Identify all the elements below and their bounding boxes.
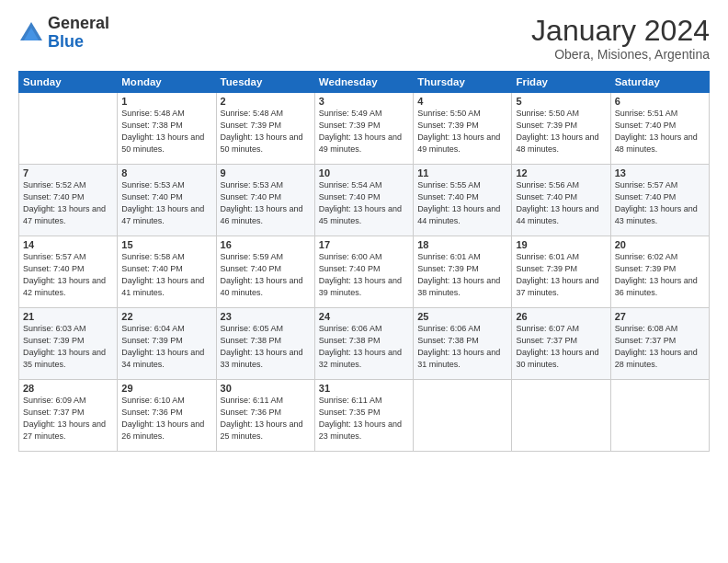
day-info: Sunrise: 5:55 AMSunset: 7:40 PMDaylight:… <box>417 179 507 227</box>
day-number: 14 <box>23 239 113 250</box>
day-number: 11 <box>417 167 507 178</box>
day-info: Sunrise: 5:48 AMSunset: 7:39 PMDaylight:… <box>221 108 311 155</box>
weekday-header-monday: Monday <box>118 72 216 93</box>
day-number: 9 <box>221 167 311 178</box>
day-number: 12 <box>516 167 606 178</box>
week-row-3: 14Sunrise: 5:57 AMSunset: 7:40 PMDayligh… <box>19 236 710 308</box>
day-number: 2 <box>221 96 311 107</box>
calendar-cell-w1-d5: 4Sunrise: 5:50 AMSunset: 7:39 PMDaylight… <box>414 93 512 165</box>
day-info: Sunrise: 6:03 AMSunset: 7:39 PMDaylight:… <box>23 323 113 371</box>
weekday-header-friday: Friday <box>512 72 610 93</box>
day-number: 13 <box>615 167 705 178</box>
calendar-cell-w2-d5: 11Sunrise: 5:55 AMSunset: 7:40 PMDayligh… <box>414 165 512 236</box>
day-number: 23 <box>221 311 311 322</box>
day-info: Sunrise: 6:10 AMSunset: 7:36 PMDaylight:… <box>121 395 211 442</box>
day-info: Sunrise: 5:57 AMSunset: 7:40 PMDaylight:… <box>23 251 113 299</box>
calendar-header: SundayMondayTuesdayWednesdayThursdayFrid… <box>19 72 710 93</box>
day-info: Sunrise: 6:08 AMSunset: 7:37 PMDaylight:… <box>615 323 705 371</box>
calendar-cell-w4-d2: 22Sunrise: 6:04 AMSunset: 7:39 PMDayligh… <box>118 308 216 380</box>
calendar-body: 1Sunrise: 5:48 AMSunset: 7:38 PMDaylight… <box>19 93 710 452</box>
calendar-cell-w2-d6: 12Sunrise: 5:56 AMSunset: 7:40 PMDayligh… <box>512 165 610 236</box>
month-title: January 2024 <box>531 15 710 47</box>
day-number: 24 <box>319 311 409 322</box>
calendar-cell-w1-d1 <box>19 93 118 165</box>
day-number: 30 <box>221 383 311 394</box>
day-number: 31 <box>319 383 409 394</box>
day-info: Sunrise: 5:54 AMSunset: 7:40 PMDaylight:… <box>319 179 409 227</box>
calendar-cell-w3-d2: 15Sunrise: 5:58 AMSunset: 7:40 PMDayligh… <box>118 236 216 308</box>
day-number: 27 <box>615 311 705 322</box>
calendar-cell-w5-d5 <box>414 380 512 452</box>
day-info: Sunrise: 5:53 AMSunset: 7:40 PMDaylight:… <box>121 179 211 227</box>
day-number: 26 <box>516 311 606 322</box>
day-info: Sunrise: 6:09 AMSunset: 7:37 PMDaylight:… <box>23 395 113 442</box>
day-number: 17 <box>319 239 409 250</box>
day-number: 3 <box>319 96 409 107</box>
day-info: Sunrise: 5:52 AMSunset: 7:40 PMDaylight:… <box>23 179 113 227</box>
day-info: Sunrise: 6:01 AMSunset: 7:39 PMDaylight:… <box>516 251 606 299</box>
day-info: Sunrise: 6:01 AMSunset: 7:39 PMDaylight:… <box>417 251 507 299</box>
calendar-cell-w3-d5: 18Sunrise: 6:01 AMSunset: 7:39 PMDayligh… <box>414 236 512 308</box>
calendar-table: SundayMondayTuesdayWednesdayThursdayFrid… <box>18 71 710 452</box>
logo-general-text: General <box>48 14 109 32</box>
calendar-cell-w3-d7: 20Sunrise: 6:02 AMSunset: 7:39 PMDayligh… <box>610 236 709 308</box>
calendar-cell-w2-d1: 7Sunrise: 5:52 AMSunset: 7:40 PMDaylight… <box>19 165 118 236</box>
week-row-5: 28Sunrise: 6:09 AMSunset: 7:37 PMDayligh… <box>19 380 710 452</box>
day-info: Sunrise: 5:50 AMSunset: 7:39 PMDaylight:… <box>417 108 507 155</box>
calendar-cell-w5-d1: 28Sunrise: 6:09 AMSunset: 7:37 PMDayligh… <box>19 380 118 452</box>
day-number: 20 <box>615 239 705 250</box>
calendar-cell-w3-d6: 19Sunrise: 6:01 AMSunset: 7:39 PMDayligh… <box>512 236 610 308</box>
location-title: Obera, Misiones, Argentina <box>531 47 710 62</box>
day-number: 21 <box>23 311 113 322</box>
week-row-4: 21Sunrise: 6:03 AMSunset: 7:39 PMDayligh… <box>19 308 710 380</box>
day-number: 1 <box>121 96 211 107</box>
calendar-cell-w5-d3: 30Sunrise: 6:11 AMSunset: 7:36 PMDayligh… <box>216 380 314 452</box>
calendar-cell-w2-d7: 13Sunrise: 5:57 AMSunset: 7:40 PMDayligh… <box>610 165 709 236</box>
day-info: Sunrise: 6:06 AMSunset: 7:38 PMDaylight:… <box>417 323 507 371</box>
calendar-cell-w1-d3: 2Sunrise: 5:48 AMSunset: 7:39 PMDaylight… <box>216 93 314 165</box>
calendar-cell-w4-d4: 24Sunrise: 6:06 AMSunset: 7:38 PMDayligh… <box>314 308 413 380</box>
calendar-cell-w2-d3: 9Sunrise: 5:53 AMSunset: 7:40 PMDaylight… <box>216 165 314 236</box>
day-number: 29 <box>121 383 211 394</box>
weekday-header-saturday: Saturday <box>610 72 709 93</box>
calendar-cell-w4-d1: 21Sunrise: 6:03 AMSunset: 7:39 PMDayligh… <box>19 308 118 380</box>
day-number: 4 <box>417 96 507 107</box>
calendar-cell-w3-d3: 16Sunrise: 5:59 AMSunset: 7:40 PMDayligh… <box>216 236 314 308</box>
day-number: 7 <box>23 167 113 178</box>
day-info: Sunrise: 5:51 AMSunset: 7:40 PMDaylight:… <box>615 108 705 155</box>
weekday-header-sunday: Sunday <box>19 72 118 93</box>
day-info: Sunrise: 6:00 AMSunset: 7:40 PMDaylight:… <box>319 251 409 299</box>
day-info: Sunrise: 5:59 AMSunset: 7:40 PMDaylight:… <box>221 251 311 299</box>
logo-blue-text: Blue <box>48 32 84 51</box>
week-row-1: 1Sunrise: 5:48 AMSunset: 7:38 PMDaylight… <box>19 93 710 165</box>
day-number: 8 <box>121 167 211 178</box>
calendar-cell-w3-d1: 14Sunrise: 5:57 AMSunset: 7:40 PMDayligh… <box>19 236 118 308</box>
day-info: Sunrise: 6:11 AMSunset: 7:35 PMDaylight:… <box>319 395 409 442</box>
logo-icon <box>18 20 44 46</box>
weekday-header-row: SundayMondayTuesdayWednesdayThursdayFrid… <box>19 72 710 93</box>
weekday-header-tuesday: Tuesday <box>216 72 314 93</box>
calendar-page: General Blue January 2024 Obera, Misione… <box>0 0 728 563</box>
day-number: 22 <box>121 311 211 322</box>
day-info: Sunrise: 5:49 AMSunset: 7:39 PMDaylight:… <box>319 108 409 155</box>
calendar-cell-w4-d6: 26Sunrise: 6:07 AMSunset: 7:37 PMDayligh… <box>512 308 610 380</box>
calendar-cell-w2-d2: 8Sunrise: 5:53 AMSunset: 7:40 PMDaylight… <box>118 165 216 236</box>
day-info: Sunrise: 5:57 AMSunset: 7:40 PMDaylight:… <box>615 179 705 227</box>
logo-text: General Blue <box>48 15 109 52</box>
calendar-cell-w2-d4: 10Sunrise: 5:54 AMSunset: 7:40 PMDayligh… <box>314 165 413 236</box>
calendar-cell-w1-d7: 6Sunrise: 5:51 AMSunset: 7:40 PMDaylight… <box>610 93 709 165</box>
day-number: 28 <box>23 383 113 394</box>
calendar-cell-w4-d3: 23Sunrise: 6:05 AMSunset: 7:38 PMDayligh… <box>216 308 314 380</box>
day-info: Sunrise: 6:04 AMSunset: 7:39 PMDaylight:… <box>121 323 211 371</box>
day-info: Sunrise: 5:53 AMSunset: 7:40 PMDaylight:… <box>221 179 311 227</box>
day-info: Sunrise: 6:02 AMSunset: 7:39 PMDaylight:… <box>615 251 705 299</box>
weekday-header-thursday: Thursday <box>414 72 512 93</box>
calendar-cell-w1-d2: 1Sunrise: 5:48 AMSunset: 7:38 PMDaylight… <box>118 93 216 165</box>
day-info: Sunrise: 5:56 AMSunset: 7:40 PMDaylight:… <box>516 179 606 227</box>
calendar-cell-w1-d4: 3Sunrise: 5:49 AMSunset: 7:39 PMDaylight… <box>314 93 413 165</box>
day-number: 16 <box>221 239 311 250</box>
day-info: Sunrise: 5:50 AMSunset: 7:39 PMDaylight:… <box>516 108 606 155</box>
calendar-cell-w1-d6: 5Sunrise: 5:50 AMSunset: 7:39 PMDaylight… <box>512 93 610 165</box>
day-info: Sunrise: 6:11 AMSunset: 7:36 PMDaylight:… <box>221 395 311 442</box>
title-block: January 2024 Obera, Misiones, Argentina <box>531 15 710 62</box>
